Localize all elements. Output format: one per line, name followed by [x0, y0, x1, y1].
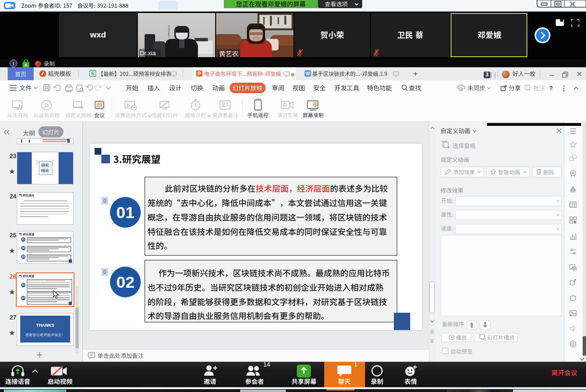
svg-text:S: S: [91, 71, 95, 76]
svg-text:i: i: [12, 61, 14, 66]
svg-text:W: W: [305, 71, 310, 76]
svg-text:E: E: [24, 63, 27, 67]
svg-text:P: P: [198, 71, 201, 76]
